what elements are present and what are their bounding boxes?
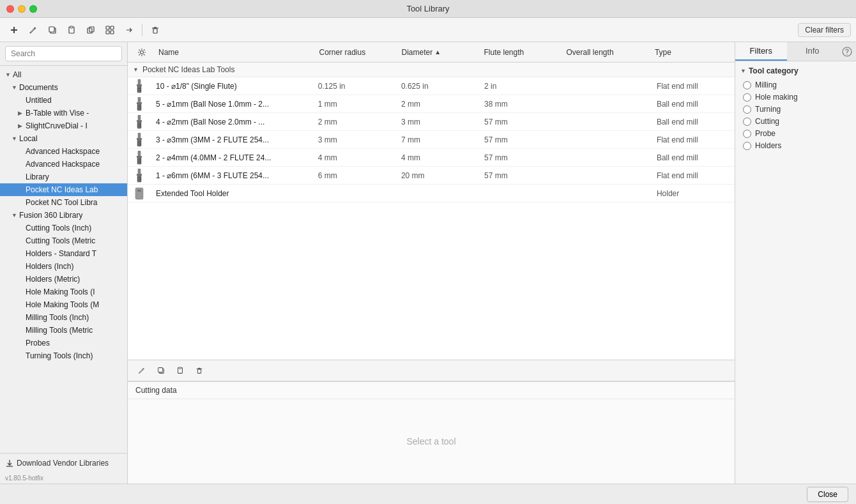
svg-rect-33 <box>139 122 139 128</box>
sidebar-item-turning-inch[interactable]: Turning Tools (Inch) <box>0 349 127 362</box>
radio-turning[interactable] <box>743 105 751 114</box>
sidebar-item-probes[interactable]: Probes <box>0 337 127 349</box>
titlebar: Tool Library <box>0 0 856 18</box>
cell-type: Ball end mill <box>652 100 735 109</box>
sidebar-item-advanced-hackspace[interactable]: Advanced Hackspace <box>0 145 127 158</box>
sidebar-item-hole-making-inch[interactable]: Hole Making Tools (I <box>0 286 127 298</box>
merge-tool-button[interactable] <box>120 22 138 38</box>
svg-rect-51 <box>139 176 139 182</box>
sidebar-item-milling-metric[interactable]: Milling Tools (Metric <box>0 324 127 337</box>
svg-rect-35 <box>137 126 141 126</box>
filter-option-milling[interactable]: Milling <box>743 80 851 89</box>
sidebar-item-slightcruvedial[interactable]: ▶SlightCruveDial - I <box>0 119 127 132</box>
sidebar-item-all[interactable]: ▼All <box>0 68 127 81</box>
svg-rect-6 <box>70 26 73 28</box>
svg-rect-29 <box>137 108 141 109</box>
filter-option-turning[interactable]: Turning <box>743 105 851 114</box>
svg-rect-45 <box>139 158 139 164</box>
help-button[interactable] <box>838 42 856 61</box>
tool-category-header[interactable]: ▼ Tool category <box>740 66 851 75</box>
sidebar-item-cutting-metric[interactable]: Cutting Tools (Metric <box>0 234 127 247</box>
table-row[interactable]: 1 - ⌀6mm (6MM - 3 FLUTE 254... 6 mm 20 m… <box>128 167 735 185</box>
svg-rect-53 <box>137 179 141 180</box>
minimize-traffic-light[interactable] <box>18 5 26 13</box>
sidebar-item-local[interactable]: ▼Local <box>0 132 127 145</box>
svg-rect-13 <box>153 29 157 33</box>
filter-option-hole-making[interactable]: Hole making <box>743 93 851 102</box>
add-tool-button[interactable] <box>5 22 23 38</box>
table-row[interactable]: 5 - ⌀1mm (Ball Nose 1.0mm - 2... 1 mm 2 … <box>128 95 735 113</box>
radio-hole-making[interactable] <box>743 93 751 102</box>
sidebar-item-holders-metric[interactable]: Holders (Metric) <box>0 273 127 286</box>
svg-rect-25 <box>137 102 142 104</box>
svg-rect-43 <box>137 156 142 158</box>
sidebar-item-milling-inch[interactable]: Milling Tools (Inch) <box>0 311 127 324</box>
filter-option-probe[interactable]: Probe <box>743 129 851 138</box>
clear-filters-button[interactable]: Clear filters <box>798 23 851 37</box>
sidebar-item-advanced-hackspace2[interactable]: Advanced Hackspace <box>0 158 127 171</box>
maximize-traffic-light[interactable] <box>29 5 37 13</box>
sidebar-item-holders-standard[interactable]: Holders - Standard T <box>0 247 127 260</box>
sidebar-tree: ▼All ▼Documents Untitled ▶B-Table with V… <box>0 66 127 453</box>
sidebar-item-documents[interactable]: ▼Documents <box>0 81 127 94</box>
copy-tool-button[interactable] <box>43 22 61 38</box>
tool-icon-cell <box>128 169 151 183</box>
paste-tool-button[interactable] <box>63 22 80 38</box>
svg-point-65 <box>846 54 847 54</box>
cell-name: 1 - ⌀6mm (6MM - 3 FLUTE 254... <box>151 171 313 180</box>
sidebar-item-pocket-nc-tool[interactable]: Pocket NC Tool Libra <box>0 196 127 209</box>
bottom-delete-button[interactable] <box>190 362 208 379</box>
tab-info[interactable]: Info <box>787 42 839 61</box>
window-title: Tool Library <box>406 4 449 13</box>
sidebar-item-hole-making-metric[interactable]: Hole Making Tools (M <box>0 298 127 311</box>
sidebar-item-library[interactable]: Library <box>0 171 127 183</box>
delete-tool-button[interactable] <box>146 22 164 38</box>
sidebar-item-fusion-360[interactable]: ▼Fusion 360 Library <box>0 209 127 222</box>
svg-rect-48 <box>138 169 141 174</box>
cutting-data-section: Cutting data Select a tool <box>128 381 735 484</box>
search-input[interactable] <box>5 46 122 61</box>
sidebar-item-holders-inch[interactable]: Holders (Inch) <box>0 260 127 273</box>
col-header-type: Type <box>650 48 732 57</box>
filter-option-cutting[interactable]: Cutting <box>743 117 851 126</box>
cell-name: 5 - ⌀1mm (Ball Nose 1.0mm - 2... <box>151 100 313 109</box>
sidebar-item-b-table[interactable]: ▶B-Table with Vise - <box>0 107 127 119</box>
group-row[interactable]: ▼ Pocket NC Ideas Lab Tools <box>128 63 735 77</box>
svg-rect-58 <box>158 368 163 372</box>
close-traffic-light[interactable] <box>6 5 14 13</box>
table-row[interactable]: 10 - ⌀1/8" (Single Flute) 0.125 in 0.625… <box>128 77 735 95</box>
filter-option-holders[interactable]: Holders <box>743 141 851 150</box>
sidebar-item-cutting-inch[interactable]: Cutting Tools (Inch) <box>0 222 127 234</box>
column-settings-button[interactable] <box>130 47 153 57</box>
bottom-edit-button[interactable] <box>133 362 151 379</box>
sidebar-item-pocket-nc-ideas[interactable]: Pocket NC Ideas Lab <box>0 183 127 196</box>
download-vendor-button[interactable]: Download Vendor Libraries <box>0 454 127 473</box>
svg-rect-61 <box>197 369 201 373</box>
export-tool-button[interactable] <box>101 22 119 38</box>
table-row[interactable]: 3 - ⌀3mm (3MM - 2 FLUTE 254... 3 mm 7 mm… <box>128 131 735 149</box>
radio-probe[interactable] <box>743 130 751 138</box>
radio-milling[interactable] <box>743 81 751 89</box>
edit-tool-button[interactable] <box>24 22 42 38</box>
close-button[interactable]: Close <box>807 487 848 502</box>
tab-filters[interactable]: Filters <box>735 42 787 61</box>
toolbar-separator <box>142 24 142 36</box>
col-header-diameter[interactable]: Diameter ▲ <box>396 48 478 57</box>
table-row[interactable]: 2 - ⌀4mm (4.0MM - 2 FLUTE 24... 4 mm 4 m… <box>128 149 735 167</box>
duplicate-tool-button[interactable] <box>82 22 100 38</box>
tool-category-options: Milling Hole making Turning Cutting Prob… <box>740 80 851 150</box>
cell-corner: 0.125 in <box>313 82 396 91</box>
svg-rect-23 <box>137 90 141 91</box>
radio-cutting[interactable] <box>743 118 751 126</box>
svg-rect-42 <box>138 151 141 156</box>
sidebar-item-untitled[interactable]: Untitled <box>0 94 127 107</box>
table-row[interactable]: 4 - ⌀2mm (Ball Nose 2.0mm - ... 2 mm 3 m… <box>128 113 735 131</box>
cell-diameter: 2 mm <box>396 100 479 109</box>
bottom-copy-button[interactable] <box>152 362 170 379</box>
col-header-overall: Overall length <box>562 48 650 57</box>
radio-holders[interactable] <box>743 142 751 150</box>
table-row[interactable]: Extended Tool Holder Holder <box>128 185 735 202</box>
col-header-name[interactable]: Name <box>153 48 314 57</box>
bottom-paste-button[interactable] <box>171 362 189 379</box>
svg-rect-24 <box>138 97 141 102</box>
